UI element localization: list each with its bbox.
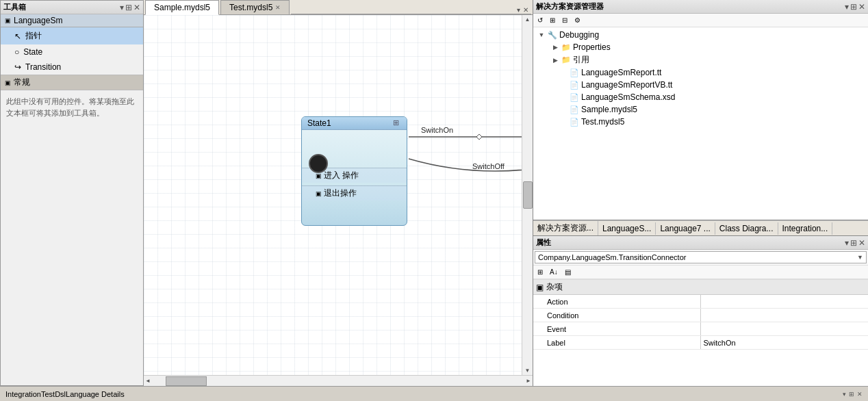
tab-sample-label: Sample.mydsl5 [154,3,210,12]
se-close-icon[interactable]: ✕ [858,2,865,12]
tree-item-lsmschema[interactable]: 📄 LanguageSmSchema.xsd [533,91,868,103]
state1-box[interactable]: State1 ⊞ ▣ 进入 操作 ▣ 退出操作 [301,116,407,226]
tree-references-expand[interactable]: ▶ [550,57,561,64]
prop-condition-name: Condition [533,309,701,322]
prop-section-misc-collapse[interactable]: ▣ [536,283,544,292]
status-close-icon[interactable]: ✕ [857,391,863,398]
right-tab-language-s[interactable]: LanguageS... [598,222,656,235]
status-dock-icon[interactable]: ⊞ [849,391,854,398]
scroll-thumb-v[interactable] [523,181,533,209]
tree-lsmreport-icon: 📄 [569,67,580,78]
prop-dock-icon[interactable]: ⊞ [850,238,857,248]
tree-root-expand[interactable]: ▼ [536,31,547,38]
prop-pages-btn[interactable]: ▤ [562,267,574,277]
state1-enter-collapse-icon[interactable]: ▣ [316,172,322,179]
tree-item-lsmreportvb[interactable]: 📄 LanguageSmReportVB.tt [533,79,868,91]
se-dock-icon[interactable]: ⊞ [850,2,857,12]
prop-pin-icon[interactable]: ▾ [845,238,849,248]
toolbox-item-state[interactable]: ○ State [1,44,143,60]
scroll-left-icon[interactable]: ◄ [144,378,152,384]
toolbox-pointer-label: 指针 [25,30,42,42]
prop-close-icon[interactable]: ✕ [858,238,865,248]
tree-sample-label: Sample.mydsl5 [581,105,637,114]
editor-scrollbar-horizontal[interactable]: ◄ ► [144,375,533,386]
transition1-label: SwitchOn [421,126,453,134]
se-expand-btn[interactable]: ⊞ [547,15,558,25]
tree-root[interactable]: ▼ 🔧 Debugging [533,29,868,41]
tree-lsmreportvb-icon: 📄 [569,79,580,90]
toolbox-state-label: State [23,47,42,57]
tab-test[interactable]: Test.mydsl5 ✕ [220,0,290,14]
toolbox-title: 工具箱 [3,2,26,12]
property-selector[interactable]: Company.LanguageSm.TransitionConnector ▼ [535,251,867,263]
properties-title-bar: 属性 ▾ ⊞ ✕ [533,236,868,250]
editor-pin-icon[interactable]: ▾ [517,6,520,14]
solution-tree: ▼ 🔧 Debugging ▶ 📁 Properties ▶ 📁 引用 📄 [533,27,868,129]
editor-scrollbar-vertical[interactable]: ▲ ▼ [522,15,533,375]
right-tab-integration[interactable]: Integration... [778,222,833,235]
se-view-btn[interactable]: ⚙ [572,15,583,25]
se-refresh-btn[interactable]: ↺ [535,15,546,25]
status-pin-icon[interactable]: ▾ [843,391,846,398]
canvas-area[interactable]: SwitchOn SwitchOff State1 ⊞ ▣ 进 [144,15,522,375]
toolbox-title-controls[interactable]: ▾ ⊞ ✕ [120,3,140,12]
toolbox-section-language-header[interactable]: ▣ LanguageSm [1,14,143,27]
toolbox-dock-icon[interactable]: ⊞ [125,3,132,12]
transition-icon: ↪ [14,62,21,72]
properties-toolbar: Company.LanguageSm.TransitionConnector ▼ [533,250,868,266]
prop-row-label[interactable]: Label SwitchOn [533,336,868,350]
editor-close-icon[interactable]: ✕ [523,6,528,14]
toolbox-item-transition[interactable]: ↪ Transition [1,60,143,75]
prop-condition-value[interactable] [701,309,869,322]
property-selector-arrow[interactable]: ▼ [857,254,863,261]
tree-properties-expand[interactable]: ▶ [550,44,561,51]
solution-explorer-toolbar: ↺ ⊞ ⊟ ⚙ [533,14,868,27]
toolbox-pin-icon[interactable]: ▾ [120,3,124,12]
toolbox-section-common-header[interactable]: ▣ 常规 [1,75,143,90]
prop-sort-alpha-btn[interactable]: A↓ [547,267,561,277]
editor-container: Sample.mydsl5 Test.mydsl5 ✕ ▾ ✕ [144,0,533,386]
solution-explorer-controls[interactable]: ▾ ⊞ ✕ [845,2,865,12]
se-pin-icon[interactable]: ▾ [845,2,849,12]
state1-expand-icon[interactable]: ⊞ [393,118,403,128]
prop-event-value[interactable] [701,322,869,335]
prop-sort-category-btn[interactable]: ⊞ [535,267,546,277]
right-tab-solution[interactable]: 解决方案资源... [533,221,598,235]
toolbox-item-pointer[interactable]: ↖ 指针 [1,27,143,44]
toolbox-title-bar: 工具箱 ▾ ⊞ ✕ [1,1,143,14]
prop-row-event[interactable]: Event [533,322,868,336]
scroll-thumb-h[interactable] [166,376,207,386]
pointer-icon: ↖ [14,31,21,41]
tree-folder-icon: 📁 [561,42,572,53]
prop-label-name: Label [533,336,701,349]
right-tab-class-diag[interactable]: Class Diagra... [715,222,778,235]
tree-item-properties[interactable]: ▶ 📁 Properties [533,41,868,53]
tab-sample[interactable]: Sample.mydsl5 [145,0,219,15]
toolbox-close-icon[interactable]: ✕ [133,3,140,12]
scroll-right-icon[interactable]: ► [524,378,533,384]
state1-exit-collapse-icon[interactable]: ▣ [316,190,322,197]
right-tab-language-s-label: LanguageS... [602,224,651,233]
right-tab-class-diag-label: Class Diagra... [719,224,774,233]
tab-test-close-icon[interactable]: ✕ [275,4,281,11]
tree-item-lsmreport[interactable]: 📄 LanguageSmReport.tt [533,66,868,79]
scroll-down-icon[interactable]: ▼ [525,367,531,374]
tree-item-references[interactable]: ▶ 📁 引用 [533,53,868,66]
tree-properties-label: Properties [573,42,611,52]
right-panel: 解决方案资源管理器 ▾ ⊞ ✕ ↺ ⊞ ⊟ ⚙ ▼ 🔧 Debugging [533,0,868,386]
tree-item-test[interactable]: 📄 Test.mydsl5 [533,116,868,128]
tab-bar: Sample.mydsl5 Test.mydsl5 ✕ ▾ ✕ [144,0,533,15]
se-collapse-btn[interactable]: ⊟ [559,15,570,25]
scroll-up-icon[interactable]: ▲ [525,16,531,23]
prop-row-condition[interactable]: Condition [533,309,868,322]
prop-action-value[interactable] [701,295,869,308]
prop-row-action[interactable]: Action [533,295,868,309]
state1-initial-icon [309,154,328,173]
prop-label-value[interactable]: SwitchOn [701,336,869,349]
tree-item-sample[interactable]: 📄 Sample.mydsl5 [533,103,868,116]
right-tab-language7-label: Language7 ... [660,224,710,233]
properties-controls[interactable]: ▾ ⊞ ✕ [845,238,865,248]
toolbox-section-language: ▣ LanguageSm ↖ 指针 ○ State ↪ Transition [1,14,143,75]
status-bar: IntegrationTestDslLanguage Details ▾ ⊞ ✕ [0,386,868,401]
right-tab-language7[interactable]: Language7 ... [656,222,715,235]
